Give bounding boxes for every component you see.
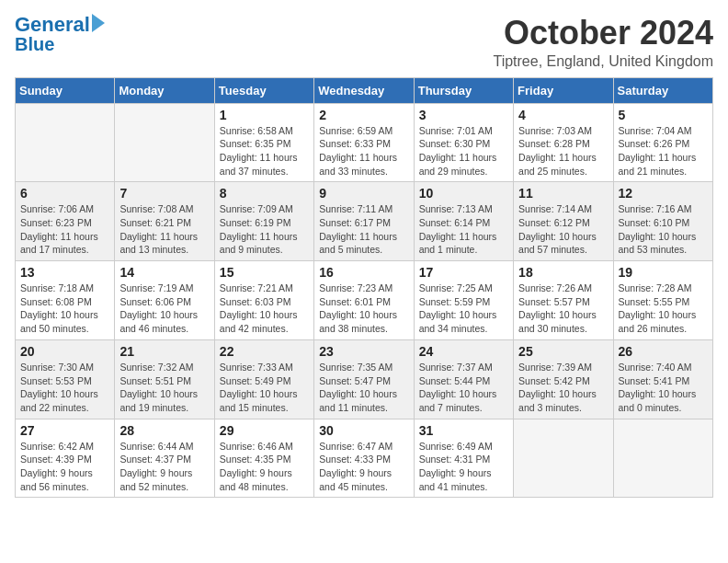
- month-title: October 2024: [493, 15, 713, 52]
- day-info: Sunrise: 7:28 AMSunset: 5:55 PMDaylight:…: [619, 282, 708, 336]
- calendar-cell: 27Sunrise: 6:42 AMSunset: 4:39 PMDayligh…: [16, 419, 115, 498]
- day-info: Sunrise: 7:32 AMSunset: 5:51 PMDaylight:…: [119, 361, 209, 415]
- calendar-cell: 17Sunrise: 7:25 AMSunset: 5:59 PMDayligh…: [414, 261, 513, 340]
- day-info: Sunrise: 6:59 AMSunset: 6:33 PMDaylight:…: [319, 124, 408, 178]
- day-info: Sunrise: 7:14 AMSunset: 6:12 PMDaylight:…: [518, 202, 608, 257]
- calendar-week-row: 6Sunrise: 7:06 AMSunset: 6:23 PMDaylight…: [16, 182, 713, 261]
- day-number: 9: [319, 186, 408, 201]
- calendar-cell: 14Sunrise: 7:19 AMSunset: 6:06 PMDayligh…: [115, 261, 214, 340]
- day-number: 23: [319, 344, 408, 359]
- weekday-header-monday: Monday: [115, 77, 214, 103]
- day-info: Sunrise: 6:58 AMSunset: 6:35 PMDaylight:…: [220, 124, 309, 178]
- day-number: 15: [220, 265, 309, 280]
- calendar-week-row: 1Sunrise: 6:58 AMSunset: 6:35 PMDaylight…: [16, 103, 713, 182]
- day-number: 10: [419, 186, 508, 201]
- day-info: Sunrise: 7:25 AMSunset: 5:59 PMDaylight:…: [419, 282, 508, 336]
- logo: General Blue: [15, 15, 105, 53]
- day-number: 30: [319, 423, 408, 438]
- day-info: Sunrise: 7:33 AMSunset: 5:49 PMDaylight:…: [220, 361, 309, 415]
- day-info: Sunrise: 7:40 AMSunset: 5:41 PMDaylight:…: [619, 361, 708, 415]
- calendar-cell: 11Sunrise: 7:14 AMSunset: 6:12 PMDayligh…: [514, 182, 613, 261]
- calendar-cell: 28Sunrise: 6:44 AMSunset: 4:37 PMDayligh…: [115, 419, 214, 498]
- calendar-table: SundayMondayTuesdayWednesdayThursdayFrid…: [15, 77, 713, 499]
- day-number: 19: [619, 265, 708, 280]
- day-info: Sunrise: 7:39 AMSunset: 5:42 PMDaylight:…: [518, 361, 608, 415]
- calendar-cell: 24Sunrise: 7:37 AMSunset: 5:44 PMDayligh…: [414, 339, 513, 419]
- day-info: Sunrise: 7:35 AMSunset: 5:47 PMDaylight:…: [319, 361, 408, 415]
- day-info: Sunrise: 6:44 AMSunset: 4:37 PMDaylight:…: [119, 440, 209, 494]
- day-number: 6: [20, 186, 109, 201]
- calendar-cell: 3Sunrise: 7:01 AMSunset: 6:30 PMDaylight…: [414, 103, 513, 182]
- day-number: 22: [220, 344, 309, 359]
- day-info: Sunrise: 7:26 AMSunset: 5:57 PMDaylight:…: [518, 282, 608, 336]
- day-info: Sunrise: 7:01 AMSunset: 6:30 PMDaylight:…: [419, 124, 508, 178]
- calendar-week-row: 13Sunrise: 7:18 AMSunset: 6:08 PMDayligh…: [16, 261, 713, 340]
- calendar-cell: 8Sunrise: 7:09 AMSunset: 6:19 PMDaylight…: [214, 182, 313, 261]
- calendar-cell: 12Sunrise: 7:16 AMSunset: 6:10 PMDayligh…: [613, 182, 712, 261]
- day-number: 28: [119, 423, 209, 438]
- calendar-cell: 1Sunrise: 6:58 AMSunset: 6:35 PMDaylight…: [214, 103, 313, 182]
- page-header: General Blue October 2024 Tiptree, Engla…: [15, 15, 713, 70]
- day-number: 12: [619, 186, 708, 201]
- weekday-header-tuesday: Tuesday: [214, 77, 313, 103]
- calendar-cell: 10Sunrise: 7:13 AMSunset: 6:14 PMDayligh…: [414, 182, 513, 261]
- calendar-cell: [16, 103, 115, 182]
- day-info: Sunrise: 7:23 AMSunset: 6:01 PMDaylight:…: [319, 282, 408, 336]
- day-number: 14: [119, 265, 209, 280]
- logo-blue-text: Blue: [15, 35, 54, 53]
- weekday-header-friday: Friday: [514, 77, 613, 103]
- day-number: 16: [319, 265, 408, 280]
- calendar-cell: 6Sunrise: 7:06 AMSunset: 6:23 PMDaylight…: [16, 182, 115, 261]
- day-number: 13: [20, 265, 109, 280]
- calendar-cell: [613, 419, 712, 498]
- calendar-cell: 22Sunrise: 7:33 AMSunset: 5:49 PMDayligh…: [214, 339, 313, 419]
- day-number: 27: [20, 423, 109, 438]
- day-info: Sunrise: 6:46 AMSunset: 4:35 PMDaylight:…: [220, 440, 309, 494]
- calendar-cell: 13Sunrise: 7:18 AMSunset: 6:08 PMDayligh…: [16, 261, 115, 340]
- day-info: Sunrise: 7:06 AMSunset: 6:23 PMDaylight:…: [20, 202, 109, 257]
- calendar-cell: 15Sunrise: 7:21 AMSunset: 6:03 PMDayligh…: [214, 261, 313, 340]
- day-info: Sunrise: 7:03 AMSunset: 6:28 PMDaylight:…: [518, 124, 608, 178]
- day-number: 20: [20, 344, 109, 359]
- day-info: Sunrise: 7:30 AMSunset: 5:53 PMDaylight:…: [20, 361, 109, 415]
- day-info: Sunrise: 7:19 AMSunset: 6:06 PMDaylight:…: [119, 282, 209, 336]
- day-info: Sunrise: 6:42 AMSunset: 4:39 PMDaylight:…: [20, 440, 109, 494]
- day-number: 29: [220, 423, 309, 438]
- title-block: October 2024 Tiptree, England, United Ki…: [493, 15, 713, 70]
- day-number: 3: [419, 108, 508, 122]
- weekday-header-thursday: Thursday: [414, 77, 513, 103]
- calendar-cell: 31Sunrise: 6:49 AMSunset: 4:31 PMDayligh…: [414, 419, 513, 498]
- day-number: 1: [220, 108, 309, 122]
- day-info: Sunrise: 7:13 AMSunset: 6:14 PMDaylight:…: [419, 202, 508, 257]
- day-number: 4: [518, 108, 608, 122]
- calendar-cell: 7Sunrise: 7:08 AMSunset: 6:21 PMDaylight…: [115, 182, 214, 261]
- day-info: Sunrise: 7:16 AMSunset: 6:10 PMDaylight:…: [619, 202, 708, 257]
- calendar-cell: 26Sunrise: 7:40 AMSunset: 5:41 PMDayligh…: [613, 339, 712, 419]
- day-number: 25: [518, 344, 608, 359]
- day-number: 11: [518, 186, 608, 201]
- calendar-cell: 29Sunrise: 6:46 AMSunset: 4:35 PMDayligh…: [214, 419, 313, 498]
- calendar-cell: [514, 419, 613, 498]
- location-title: Tiptree, England, United Kingdom: [493, 53, 713, 70]
- day-info: Sunrise: 7:37 AMSunset: 5:44 PMDaylight:…: [419, 361, 508, 415]
- day-number: 26: [619, 344, 708, 359]
- day-info: Sunrise: 7:04 AMSunset: 6:26 PMDaylight:…: [619, 124, 708, 178]
- calendar-cell: 19Sunrise: 7:28 AMSunset: 5:55 PMDayligh…: [613, 261, 712, 340]
- logo-arrow-icon: [92, 14, 105, 32]
- calendar-cell: 25Sunrise: 7:39 AMSunset: 5:42 PMDayligh…: [514, 339, 613, 419]
- calendar-week-row: 27Sunrise: 6:42 AMSunset: 4:39 PMDayligh…: [16, 419, 713, 498]
- calendar-cell: 20Sunrise: 7:30 AMSunset: 5:53 PMDayligh…: [16, 339, 115, 419]
- calendar-cell: 21Sunrise: 7:32 AMSunset: 5:51 PMDayligh…: [115, 339, 214, 419]
- calendar-cell: 2Sunrise: 6:59 AMSunset: 6:33 PMDaylight…: [314, 103, 414, 182]
- day-number: 2: [319, 108, 408, 122]
- logo-text: General: [15, 15, 90, 35]
- calendar-cell: 30Sunrise: 6:47 AMSunset: 4:33 PMDayligh…: [314, 419, 414, 498]
- day-info: Sunrise: 6:49 AMSunset: 4:31 PMDaylight:…: [419, 440, 508, 494]
- day-number: 31: [419, 423, 508, 438]
- calendar-cell: 23Sunrise: 7:35 AMSunset: 5:47 PMDayligh…: [314, 339, 414, 419]
- calendar-cell: 16Sunrise: 7:23 AMSunset: 6:01 PMDayligh…: [314, 261, 414, 340]
- weekday-header-wednesday: Wednesday: [314, 77, 414, 103]
- calendar-cell: [115, 103, 214, 182]
- day-info: Sunrise: 7:21 AMSunset: 6:03 PMDaylight:…: [220, 282, 309, 336]
- day-info: Sunrise: 6:47 AMSunset: 4:33 PMDaylight:…: [319, 440, 408, 494]
